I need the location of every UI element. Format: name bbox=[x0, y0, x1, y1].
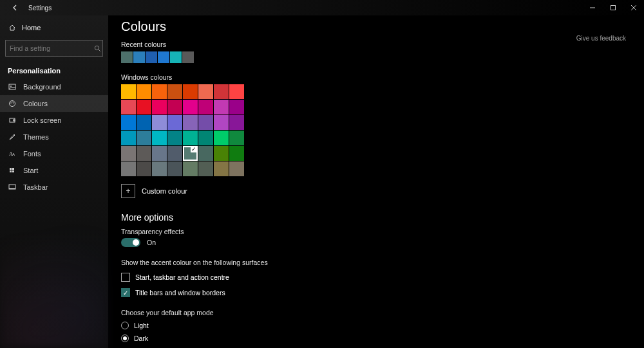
transparency-toggle[interactable] bbox=[121, 238, 140, 247]
colour-swatch[interactable] bbox=[214, 146, 229, 161]
colour-swatch[interactable] bbox=[183, 161, 198, 176]
colour-swatch[interactable] bbox=[198, 161, 213, 176]
colour-swatch[interactable] bbox=[214, 100, 229, 114]
colour-swatch[interactable] bbox=[152, 161, 167, 176]
colour-swatch[interactable] bbox=[121, 100, 136, 114]
minimize-button[interactable] bbox=[582, 0, 603, 15]
colour-swatch[interactable] bbox=[167, 115, 182, 130]
svg-rect-16 bbox=[10, 168, 12, 170]
custom-colour-button[interactable]: + bbox=[121, 184, 135, 198]
sidebar-item-label: Lock screen bbox=[23, 116, 61, 124]
colour-swatch[interactable] bbox=[121, 131, 136, 145]
colour-swatch[interactable] bbox=[152, 146, 167, 161]
recent-colours-row bbox=[121, 51, 631, 63]
colour-swatch[interactable] bbox=[198, 131, 213, 145]
colour-swatch[interactable] bbox=[214, 84, 229, 99]
colour-swatch[interactable] bbox=[121, 146, 136, 161]
radio-dark[interactable] bbox=[121, 334, 129, 342]
back-button[interactable] bbox=[5, 4, 26, 12]
colour-swatch[interactable] bbox=[137, 161, 151, 176]
recent-colour-swatch[interactable] bbox=[158, 51, 169, 63]
sidebar-item-taskbar[interactable]: Taskbar bbox=[0, 179, 108, 196]
sidebar-item-label: Background bbox=[23, 83, 61, 91]
colour-swatch[interactable] bbox=[198, 146, 213, 161]
search-input-wrap[interactable] bbox=[5, 40, 103, 57]
colour-swatch[interactable] bbox=[137, 115, 151, 130]
colour-swatch[interactable] bbox=[167, 100, 182, 114]
sidebar-item-themes[interactable]: Themes bbox=[0, 129, 108, 145]
svg-rect-19 bbox=[12, 170, 14, 172]
colour-swatch[interactable] bbox=[167, 84, 182, 99]
colour-swatch[interactable] bbox=[167, 131, 182, 145]
colour-swatch[interactable] bbox=[152, 131, 167, 145]
checkbox-titlebars[interactable]: ✓ bbox=[121, 288, 130, 297]
colour-swatch[interactable] bbox=[229, 100, 244, 114]
close-icon bbox=[630, 5, 637, 11]
colour-swatch[interactable] bbox=[183, 84, 198, 99]
lock-icon bbox=[8, 116, 17, 125]
recent-colour-swatch[interactable] bbox=[146, 51, 157, 63]
colour-swatch[interactable] bbox=[229, 161, 244, 176]
colour-swatch[interactable] bbox=[198, 84, 213, 99]
colour-swatch[interactable] bbox=[137, 146, 151, 161]
colour-swatch[interactable] bbox=[214, 131, 229, 145]
colour-swatch[interactable] bbox=[229, 146, 244, 161]
colour-swatch[interactable] bbox=[137, 100, 151, 114]
sidebar-item-lock-screen[interactable]: Lock screen bbox=[0, 112, 108, 129]
sidebar-home[interactable]: Home bbox=[0, 19, 108, 36]
colour-swatch[interactable] bbox=[229, 84, 244, 99]
colour-swatch[interactable] bbox=[214, 161, 229, 176]
colour-swatch[interactable] bbox=[183, 115, 198, 130]
sidebar-item-colours[interactable]: Colours bbox=[0, 95, 108, 112]
radio-light-label: Light bbox=[134, 322, 149, 329]
sidebar-home-label: Home bbox=[22, 24, 41, 32]
recent-colour-swatch[interactable] bbox=[121, 51, 133, 63]
sidebar-item-label: Fonts bbox=[23, 150, 41, 158]
colour-swatch[interactable] bbox=[214, 115, 229, 130]
sidebar-item-label: Colours bbox=[23, 100, 48, 107]
image-icon bbox=[8, 82, 17, 91]
colour-swatch[interactable] bbox=[183, 100, 198, 114]
colour-swatch[interactable] bbox=[152, 100, 167, 114]
checkbox-start-label: Start, taskbar and action centre bbox=[135, 273, 229, 281]
svg-point-9 bbox=[10, 102, 12, 104]
search-icon bbox=[94, 45, 101, 52]
search-input[interactable] bbox=[10, 44, 94, 52]
sidebar-item-fonts[interactable]: AAFonts bbox=[0, 145, 108, 162]
sidebar: Home Personalisation BackgroundColoursLo… bbox=[0, 15, 108, 348]
recent-colours-label: Recent colours bbox=[121, 41, 631, 48]
colour-swatch[interactable] bbox=[121, 84, 136, 99]
colour-swatch[interactable] bbox=[121, 161, 136, 176]
recent-colour-swatch[interactable] bbox=[170, 51, 182, 63]
transparency-state: On bbox=[147, 239, 156, 246]
colour-swatch[interactable] bbox=[183, 146, 198, 161]
sidebar-item-label: Themes bbox=[23, 133, 49, 141]
radio-light[interactable] bbox=[121, 322, 129, 329]
close-button[interactable] bbox=[623, 0, 644, 15]
colour-swatch[interactable] bbox=[137, 131, 151, 145]
recent-colour-swatch[interactable] bbox=[182, 51, 194, 63]
colour-swatch[interactable] bbox=[152, 84, 167, 99]
maximize-button[interactable] bbox=[603, 0, 623, 15]
colour-swatch[interactable] bbox=[229, 115, 244, 130]
arrow-left-icon bbox=[12, 4, 19, 12]
transparency-label: Transparency effects bbox=[121, 228, 631, 235]
colour-swatch[interactable] bbox=[198, 115, 213, 130]
colour-swatch[interactable] bbox=[183, 131, 198, 145]
colour-swatch[interactable] bbox=[167, 146, 182, 161]
windows-colours-label: Windows colours bbox=[121, 73, 631, 81]
colour-swatch[interactable] bbox=[137, 84, 151, 99]
sidebar-item-background[interactable]: Background bbox=[0, 78, 108, 95]
colour-swatch[interactable] bbox=[121, 115, 136, 130]
colour-swatch[interactable] bbox=[152, 115, 167, 130]
colour-swatch[interactable] bbox=[167, 161, 182, 176]
checkbox-start-taskbar[interactable] bbox=[121, 273, 130, 282]
surfaces-label: Show the accent colour on the following … bbox=[121, 259, 631, 266]
sidebar-item-start[interactable]: Start bbox=[0, 162, 108, 179]
sidebar-category: Personalisation bbox=[0, 60, 108, 78]
colour-swatch[interactable] bbox=[229, 131, 244, 145]
recent-colour-swatch[interactable] bbox=[133, 51, 145, 63]
feedback-link[interactable]: Give us feedback bbox=[576, 35, 626, 42]
colour-swatch[interactable] bbox=[198, 100, 213, 114]
brush-icon bbox=[8, 133, 17, 142]
